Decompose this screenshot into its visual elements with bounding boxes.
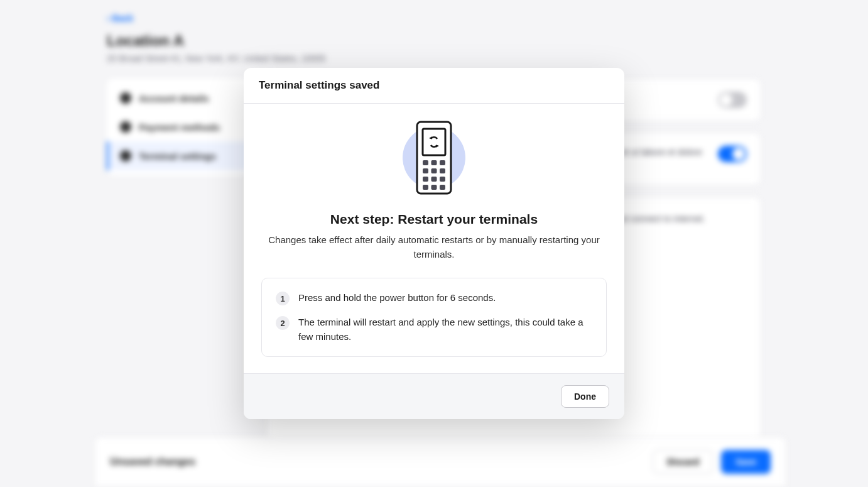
svg-rect-14 (431, 185, 437, 190)
svg-rect-7 (423, 168, 428, 173)
step-text: Press and hold the power button for 6 se… (298, 291, 496, 305)
svg-rect-10 (423, 177, 428, 182)
modal-header-title: Terminal settings saved (259, 79, 609, 92)
modal-overlay: Terminal settings saved (0, 0, 868, 487)
modal-body: Next step: Restart your terminals Change… (244, 104, 624, 373)
svg-rect-9 (440, 168, 445, 173)
svg-rect-15 (440, 185, 445, 190)
svg-rect-1 (423, 129, 445, 155)
step-number: 2 (276, 316, 290, 330)
terminal-device-icon (415, 120, 453, 195)
svg-rect-11 (431, 177, 437, 182)
svg-rect-13 (423, 185, 428, 190)
terminal-illustration (403, 120, 465, 195)
modal-header: Terminal settings saved (244, 68, 624, 104)
svg-rect-5 (431, 160, 437, 165)
svg-rect-12 (440, 177, 445, 182)
done-button[interactable]: Done (561, 385, 609, 408)
modal-description: Changes take effect after daily automati… (261, 233, 607, 261)
step-2: 2 The terminal will restart and apply th… (276, 315, 592, 344)
modal-footer: Done (244, 373, 624, 419)
svg-rect-8 (431, 168, 437, 173)
step-1: 1 Press and hold the power button for 6 … (276, 291, 592, 305)
svg-rect-4 (423, 160, 428, 165)
svg-rect-6 (440, 160, 445, 165)
steps-box: 1 Press and hold the power button for 6 … (261, 278, 607, 357)
step-number: 1 (276, 292, 290, 305)
terminal-settings-modal: Terminal settings saved (244, 68, 624, 419)
step-text: The terminal will restart and apply the … (298, 315, 592, 344)
modal-title: Next step: Restart your terminals (330, 212, 538, 227)
